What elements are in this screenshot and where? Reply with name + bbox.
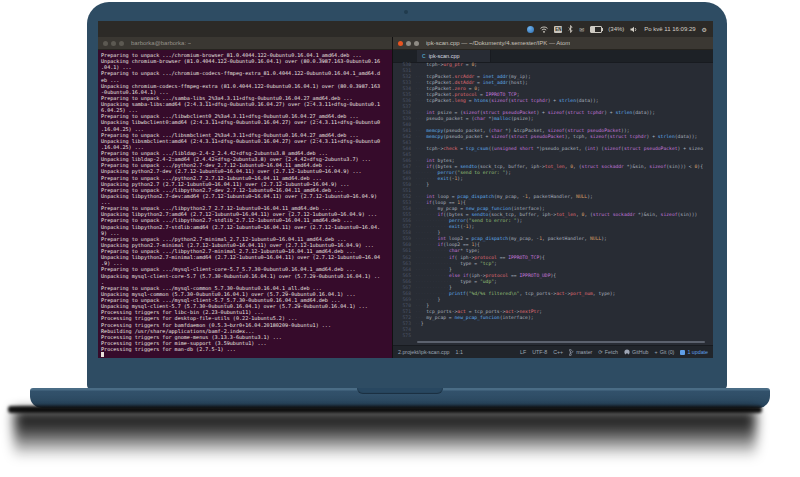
status-line-ending[interactable]: LF <box>520 349 526 355</box>
terminal-line: Unpacking libpython2.7-dev:amd64 (2.7.12… <box>101 193 392 199</box>
terminal-minimize-button[interactable] <box>111 41 116 46</box>
code-editor[interactable]: 530····tcph->urg_ptr = 0;531532····tcpPa… <box>393 62 713 340</box>
status-github[interactable]: GitHub <box>624 349 649 355</box>
wifi-icon[interactable] <box>540 26 548 33</box>
app-indicator-icon[interactable] <box>527 26 534 33</box>
status-grammar[interactable]: C++ <box>553 349 563 355</box>
code-text: ····tcpPacket.leng = htons(sizeof(struct… <box>415 98 599 104</box>
status-update-available[interactable]: 1 update <box>680 349 708 355</box>
sync-icon: ⟳ <box>598 349 602 355</box>
tab-label: ipk-scan.cpp <box>429 53 460 59</box>
branch-icon <box>569 349 574 356</box>
terminal-line: Unpacking libwbclient0:amd64 (2:4.3.11+d… <box>101 119 392 125</box>
code-line: 542····memcpy(pseudo_packet + sizeof(str… <box>393 134 713 140</box>
atom-window: ipk-scan.cpp — ~/Dokumenty/4.semester/IP… <box>392 37 713 358</box>
laptop-screen: EN ✉ (34%) Po kvě 11 16:09:29 ⚙ <box>98 21 713 358</box>
atom-minimize-button[interactable] <box>406 41 411 46</box>
terminal-output[interactable]: Preparing to unpack .../chromium-browser… <box>98 50 392 358</box>
tab-ipk-scan-cpp[interactable]: C ipk-scan.cpp <box>417 50 491 62</box>
terminal-line: Unpacking mysql-client-core-5.7 (5.7.30-… <box>101 273 392 279</box>
volume-icon[interactable] <box>630 26 638 33</box>
code-text: ····} <box>415 182 429 188</box>
line-number: 575 <box>393 333 415 339</box>
github-icon <box>624 349 630 355</box>
terminal-line: Unpacking chromium-browser (81.0.4044.12… <box>101 58 392 64</box>
terminal-window: barborka@barborka: ~ Preparing to unpack… <box>98 37 392 358</box>
terminal-line: Preparing to unpack .../libsmbclient_2%3… <box>101 132 392 138</box>
terminal-line: Unpacking samba-libs:amd64 (2:4.3.11+dfs… <box>101 101 392 107</box>
terminal-line: Unpacking libpython2.7-minimal:amd64 (2.… <box>101 254 392 260</box>
messages-icon[interactable]: ✉ <box>579 26 584 33</box>
terminal-line: Preparing to unpack .../libpython2.7-std… <box>101 217 392 223</box>
cpp-file-icon: C <box>422 53 426 59</box>
atom-close-button[interactable] <box>398 41 403 46</box>
code-text: ····pseudo_packet = (char *)malloc(psize… <box>415 116 534 122</box>
terminal-line: Unpacking libsmbclient:amd64 (2:4.3.11+d… <box>101 138 392 144</box>
terminal-line: Preparing to unpack .../mysql-client-cor… <box>101 266 392 272</box>
atom-window-title: ipk-scan.cpp — ~/Dokumenty/4.semester/IP… <box>426 40 570 46</box>
battery-icon[interactable] <box>590 26 602 33</box>
terminal-line: Preparing to unpack .../chromium-codecs-… <box>101 70 392 76</box>
terminal-title: barborka@barborka: ~ <box>131 40 191 46</box>
terminal-prompt-line <box>101 352 392 358</box>
laptop-base-notch <box>357 388 443 394</box>
code-text: ····tcph->check = tcp_csum((unsigned sho… <box>415 146 703 152</box>
status-encoding[interactable]: UTF-8 <box>532 349 547 355</box>
status-fetch[interactable]: ⟳ Fetch <box>598 349 618 355</box>
update-icon <box>680 350 685 355</box>
code-line: 575 <box>393 333 713 339</box>
laptop-shadow-fade <box>14 410 756 462</box>
horizontal-scrollbar[interactable] <box>417 341 705 343</box>
atom-maximize-button[interactable] <box>414 41 419 46</box>
system-bar: EN ✉ (34%) Po kvě 11 16:09:29 ⚙ <box>98 21 713 37</box>
code-text: ····memcpy(pseudo_packet + sizeof(struct… <box>415 134 697 140</box>
terminal-line: Unpacking python2.7-dev (2.7.12-1ubuntu0… <box>101 168 392 174</box>
code-text: ··} <box>415 321 423 327</box>
terminal-cursor <box>101 352 104 357</box>
code-line: 544····tcph->check = tcp_csum((unsigned … <box>393 146 713 152</box>
atom-titlebar[interactable]: ipk-scan.cpp — ~/Dokumenty/4.semester/IP… <box>393 37 713 50</box>
status-git-changes[interactable]: + Git (0) <box>655 349 675 355</box>
bluetooth-icon[interactable] <box>568 25 573 33</box>
atom-status-bar: 2.projekt/ipk-scan.cpp 1:1 LF UTF-8 C++ … <box>393 345 713 358</box>
terminal-close-button[interactable] <box>103 41 108 46</box>
terminal-line: Unpacking libpython2.7-stdlib:amd64 (2.7… <box>101 224 392 230</box>
terminal-maximize-button[interactable] <box>119 41 124 46</box>
terminal-titlebar[interactable]: barborka@barborka: ~ <box>98 37 392 50</box>
page: EN ✉ (34%) Po kvě 11 16:09:29 ⚙ <box>0 0 800 477</box>
clock[interactable]: Po kvě 11 16:09:29 <box>644 26 695 32</box>
status-cursor-position[interactable]: 1:1 <box>456 349 463 355</box>
battery-tip <box>602 28 603 31</box>
terminal-line: Unpacking python2.7 (2.7.12-1ubuntu0~16.… <box>101 181 392 187</box>
status-file-path[interactable]: 2.projekt/ipk-scan.cpp <box>398 349 450 355</box>
git-plus-icon: + <box>655 349 658 355</box>
code-text: ····tcph->urg_ptr = 0; <box>415 62 477 68</box>
battery-fill <box>591 27 594 32</box>
battery-percentage: (34%) <box>608 26 624 32</box>
status-git-branch[interactable]: master <box>569 349 592 356</box>
session-gear-icon[interactable]: ⚙ <box>702 26 707 33</box>
terminal-line: Unpacking chromium-codecs-ffmpeg-extra (… <box>101 83 392 89</box>
code-text: ····my_pcap = new_pcap_funcion(interface… <box>415 315 534 321</box>
code-text: ············printf("%d/%s filtered\n", t… <box>415 291 615 297</box>
webcam-dot <box>404 10 408 14</box>
keyboard-layout-indicator[interactable]: EN <box>554 26 562 33</box>
